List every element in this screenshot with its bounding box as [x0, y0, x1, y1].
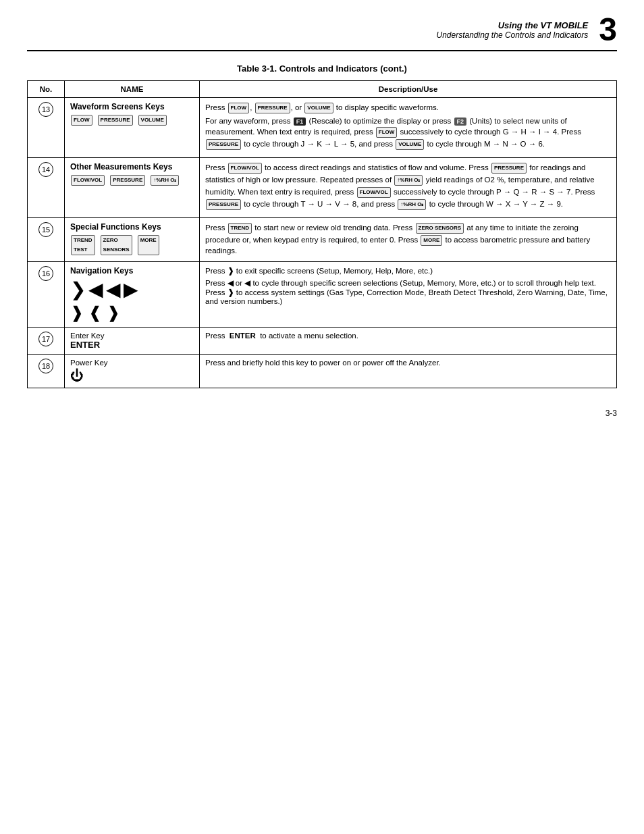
row-name-cell-14: Other Measurements Keys FLOW/VOL PRESSUR…: [65, 158, 200, 218]
controls-table: No. NAME Description/Use 13 Waveform Scr…: [27, 80, 617, 388]
row-name-cell-17: Enter Key ENTER: [65, 328, 200, 355]
row-number-14: 14: [38, 162, 53, 177]
waveform-keys-row: FLOW PRESSURE VOLUME: [70, 114, 194, 126]
flow-key-text: FLOW: [376, 127, 398, 138]
col-header-no: No.: [28, 81, 65, 98]
volume-key: VOLUME: [138, 115, 167, 126]
page-header: Using the VT MOBILE Understanding the Co…: [27, 14, 617, 51]
table-row: 18 Power Key ⏻ Press and briefly hold th…: [28, 355, 617, 388]
table-row: 16 Navigation Keys ❯◀◀▶ ❱ ❰ ❱ Press ❱ to…: [28, 262, 617, 328]
f1-key: F1: [294, 118, 306, 126]
enter-key-label: Enter Key: [70, 332, 194, 340]
col-header-desc: Description/Use: [200, 81, 617, 98]
table-row: 14 Other Measurements Keys FLOW/VOL PRES…: [28, 158, 617, 218]
desc-15-1: Press TREND to start new or review old t…: [205, 222, 611, 255]
row-number-15: 15: [38, 222, 53, 237]
trend-key: TRENDTEST: [71, 235, 95, 255]
desc-13-2: For any waveform, press F1 (Rescale) to …: [205, 117, 611, 151]
flowvol-inline2: FLOW/VOL: [357, 187, 391, 198]
special-keys-row: TRENDTEST ZEROSENSORS MORE: [70, 234, 194, 256]
more-key: MORE: [138, 235, 159, 255]
row-number-16: 16: [38, 266, 53, 281]
enter-key-bold: ENTER: [70, 340, 194, 350]
row-number-cell: 16: [28, 262, 65, 328]
flow-key-inline: FLOW: [228, 103, 250, 113]
row-number-cell: 14: [28, 158, 65, 218]
row-number-18: 18: [38, 359, 53, 373]
row-number-cell: 18: [28, 355, 65, 388]
row-desc-cell-14: Press FLOW/VOL to access direct readings…: [200, 158, 617, 218]
volume-key-inline: VOLUME: [304, 103, 333, 113]
pressure-key: PRESSURE: [98, 115, 133, 126]
row-name-cell-15: Special Functions Keys TRENDTEST ZEROSEN…: [65, 218, 200, 262]
row-number-13: 13: [38, 102, 53, 117]
desc-16-2: Press ◀ or ◀ to cycle through specific s…: [205, 278, 611, 305]
header-subtitle: Understanding the Controls and Indicator…: [436, 30, 588, 40]
footer-page: 3-3: [27, 409, 617, 418]
desc-16-1: Press ❱ to exit specific screens (Setup,…: [205, 266, 611, 276]
trend-inline: TREND: [228, 223, 252, 234]
col-header-name: NAME: [65, 81, 200, 98]
pressure-key2: PRESSURE: [110, 175, 145, 186]
row-desc-cell-17: Press ENTER to activate a menu selection…: [200, 328, 617, 355]
chapter-number: 3: [599, 14, 617, 46]
row-name-cell-13: Waveform Screens Keys FLOW PRESSURE VOLU…: [65, 98, 200, 158]
zero-sensors-key: ZEROSENSORS: [101, 235, 132, 255]
other-measurements-label: Other Measurements Keys: [70, 162, 194, 172]
row-desc-cell-15: Press TREND to start new or review old t…: [200, 218, 617, 262]
pressure-inline2: PRESSURE: [491, 163, 527, 174]
table-row: 17 Enter Key ENTER Press ENTER to activa…: [28, 328, 617, 355]
table-row: 13 Waveform Screens Keys FLOW PRESSURE V…: [28, 98, 617, 158]
desc-18-1: Press and briefly hold this key to power…: [205, 359, 611, 367]
o2-key: ↑%RH O₂: [151, 175, 179, 186]
f2-key: F2: [454, 118, 467, 126]
navigation-icons: ❯◀◀▶: [70, 278, 194, 301]
zero-inline: ZERO SENSORS: [416, 223, 464, 234]
power-key-label: Power Key: [70, 359, 194, 367]
o2-inline2: ↑%RH O₂: [398, 199, 426, 210]
row-number-cell: 17: [28, 328, 65, 355]
table-row: 15 Special Functions Keys TRENDTEST ZERO…: [28, 218, 617, 262]
special-functions-label: Special Functions Keys: [70, 222, 194, 232]
power-icon: ⏻: [70, 368, 194, 384]
volume-key-text: VOLUME: [396, 139, 424, 150]
flowvol-inline: FLOW/VOL: [228, 163, 262, 174]
row-number-17: 17: [38, 332, 53, 346]
other-keys-row: FLOW/VOL PRESSURE ↑%RH O₂: [70, 174, 194, 186]
pressure-inline3: PRESSURE: [206, 199, 241, 210]
nav-icons-2: ❱ ❰ ❱: [70, 302, 194, 323]
desc-13-1: Press FLOW, PRESSURE, or VOLUME to displ…: [205, 102, 611, 114]
row-name-cell-16: Navigation Keys ❯◀◀▶ ❱ ❰ ❱: [65, 262, 200, 328]
row-desc-cell-18: Press and briefly hold this key to power…: [200, 355, 617, 388]
flow-key: FLOW: [71, 115, 92, 126]
pressure-key-text: PRESSURE: [206, 139, 241, 150]
navigation-keys-label: Navigation Keys: [70, 266, 194, 276]
more-inline: MORE: [421, 235, 442, 246]
row-name-cell-18: Power Key ⏻: [65, 355, 200, 388]
flowvol-key: FLOW/VOL: [71, 175, 105, 186]
o2-inline: ↑%RH O₂: [394, 175, 423, 186]
pressure-key-inline: PRESSURE: [255, 103, 290, 113]
desc-17-1: Press ENTER to activate a menu selection…: [205, 332, 611, 340]
row-number-cell: 15: [28, 218, 65, 262]
desc-14-1: Press FLOW/VOL to access direct readings…: [205, 162, 611, 211]
row-desc-cell-16: Press ❱ to exit specific screens (Setup,…: [200, 262, 617, 328]
row-desc-cell-13: Press FLOW, PRESSURE, or VOLUME to displ…: [200, 98, 617, 158]
table-title: Table 3-1. Controls and Indicators (cont…: [27, 63, 617, 74]
header-title: Using the VT MOBILE: [436, 20, 588, 30]
row-number-cell: 13: [28, 98, 65, 158]
waveform-keys-label: Waveform Screens Keys: [70, 102, 194, 111]
enter-inline: ENTER: [230, 332, 256, 340]
